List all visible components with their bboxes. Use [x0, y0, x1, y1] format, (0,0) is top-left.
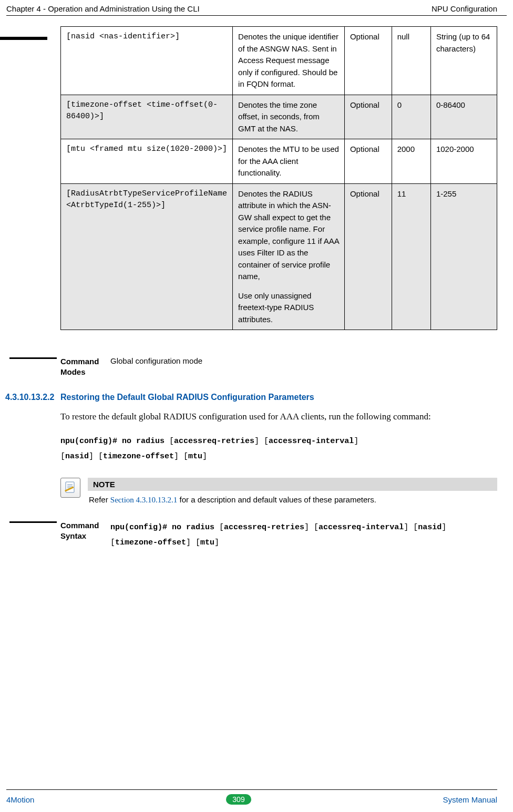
default-cell: null — [392, 27, 430, 95]
desc-cell: Denotes the time zone offset, in seconds… — [233, 95, 345, 139]
range-cell: String (up to 64 characters) — [430, 27, 497, 95]
cmd-param: nasid — [418, 523, 442, 532]
desc-cell: Denotes the unique identifier of the ASN… — [233, 27, 345, 95]
desc-p2: Use only unassigned freetext-type RADIUS… — [238, 290, 339, 326]
note-icon — [60, 478, 80, 498]
command-modes-label: Command Modes — [60, 356, 110, 377]
cmd-param: timezone-offset — [103, 452, 174, 461]
table-row: [nasid <nas-identifier>] Denotes the uni… — [61, 27, 497, 95]
footer-rule — [6, 789, 497, 790]
footer-right: System Manual — [443, 795, 497, 804]
note-after: for a description and default values of … — [177, 495, 376, 504]
header-right: NPU Configuration — [432, 4, 497, 13]
range-cell: 1-255 — [430, 183, 497, 330]
cmd-param: nasid — [65, 452, 89, 461]
command-syntax-label: Command Syntax — [60, 520, 110, 541]
note-text: Refer Section 4.3.10.13.2.1 for a descri… — [88, 495, 497, 505]
cmd-prefix: npu(config)# no radius — [60, 437, 169, 446]
command-syntax-code: npu(config)# no radius [accessreq-retrie… — [110, 520, 497, 550]
note-link[interactable]: Section 4.3.10.13.2.1 — [110, 496, 178, 504]
cmd-param: timezone-offset — [115, 538, 186, 547]
section-heading: 4.3.10.13.2.2 Restoring the Default Glob… — [5, 393, 497, 402]
section-body: To restore the default global RADIUS con… — [60, 409, 497, 424]
cmd-param: mtu — [200, 538, 214, 547]
command-syntax-rule — [9, 521, 57, 523]
note-block: NOTE Refer Section 4.3.10.13.2.1 for a d… — [60, 478, 497, 505]
param-cell: [nasid <nas-identifier>] — [61, 27, 233, 95]
table-row: [mtu <framed mtu size(1020-2000)>] Denot… — [61, 139, 497, 184]
header-left: Chapter 4 - Operation and Administration… — [6, 4, 200, 13]
table-row: [RadiusAtrbtTypeServiceProfileName <Atrb… — [61, 183, 497, 330]
default-cell: 11 — [392, 183, 430, 330]
table-side-marker — [0, 37, 47, 40]
desc-cell: Denotes the RADIUS attribute in which th… — [233, 183, 345, 330]
presence-cell: Optional — [344, 183, 392, 330]
range-cell: 0-86400 — [430, 95, 497, 139]
cmd-param: accessreq-retries — [174, 437, 254, 446]
default-cell: 0 — [392, 95, 430, 139]
note-before: Refer — [89, 495, 110, 504]
range-cell: 1020-2000 — [430, 139, 497, 184]
page-footer: 4Motion 309 System Manual — [0, 789, 513, 805]
presence-cell: Optional — [344, 95, 392, 139]
page-number-badge: 309 — [226, 794, 251, 805]
cmd-param: mtu — [188, 452, 202, 461]
param-cell: [timezone-offset <time-offset(0-86400)>] — [61, 95, 233, 139]
section-title: Restoring the Default Global RADIUS Conf… — [60, 393, 314, 402]
command-example: npu(config)# no radius [accessreq-retrie… — [60, 434, 497, 464]
param-cell: [mtu <framed mtu size(1020-2000)>] — [61, 139, 233, 184]
desc-p1: Denotes the RADIUS attribute in which th… — [238, 188, 339, 283]
footer-left: 4Motion — [6, 795, 34, 804]
param-cell: [RadiusAtrbtTypeServiceProfileName <Atrb… — [61, 183, 233, 330]
table-row: [timezone-offset <time-offset(0-86400)>]… — [61, 95, 497, 139]
section-number: 4.3.10.13.2.2 — [5, 393, 60, 402]
default-cell: 2000 — [392, 139, 430, 184]
command-modes-value: Global configuration mode — [110, 356, 202, 365]
presence-cell: Optional — [344, 27, 392, 95]
parameter-table: [nasid <nas-identifier>] Denotes the uni… — [60, 26, 497, 330]
command-modes-rule — [9, 357, 57, 359]
cmd-param: accessreq-retries — [224, 523, 304, 532]
cmd-param: accessreq-interval — [269, 437, 354, 446]
cmd-param: accessreq-interval — [319, 523, 404, 532]
command-syntax-block: Command Syntax npu(config)# no radius [a… — [60, 520, 497, 550]
desc-cell: Denotes the MTU to be used for the AAA c… — [233, 139, 345, 184]
cmd-prefix: npu(config)# no radius — [110, 523, 219, 532]
command-modes-block: Command Modes Global configuration mode — [60, 356, 497, 377]
presence-cell: Optional — [344, 139, 392, 184]
note-label: NOTE — [88, 478, 497, 491]
